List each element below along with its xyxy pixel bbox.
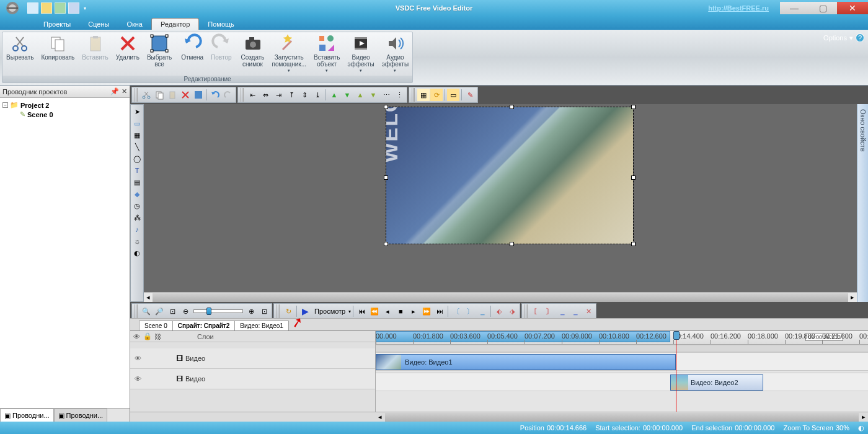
help-icon[interactable]: ? bbox=[856, 33, 864, 42]
tree-scene-node[interactable]: ✎ Scene 0 bbox=[2, 110, 127, 119]
options-menu[interactable]: Options▾ ? bbox=[823, 33, 864, 42]
align-right-icon[interactable]: ⇥ bbox=[272, 89, 285, 101]
clock-tool-icon[interactable]: ◷ bbox=[131, 200, 143, 211]
zoom-fit-icon[interactable]: ⊡ bbox=[166, 305, 179, 317]
marker2-icon[interactable]: 〙 bbox=[543, 305, 556, 317]
timeline-track-area[interactable]: 00:00:26.533 00.00000:01.80000:03.60000:… bbox=[376, 331, 868, 412]
redo-icon[interactable] bbox=[222, 89, 234, 101]
layer-icon[interactable]: ▭ bbox=[447, 89, 459, 101]
video-effects-button[interactable]: Видео эффекты▾ bbox=[343, 32, 378, 76]
play-icon[interactable]: ▶ bbox=[299, 305, 311, 317]
toolbar-grip-icon[interactable] bbox=[412, 88, 415, 102]
eye-icon[interactable]: 👁 bbox=[130, 355, 145, 362]
toolbar-grip-icon[interactable] bbox=[241, 88, 244, 102]
status-help-icon[interactable]: ◐ bbox=[858, 424, 864, 432]
timeline-tab-video[interactable]: Видео: Видео1 bbox=[234, 321, 289, 330]
marker4-icon[interactable]: ⎯ bbox=[569, 305, 582, 317]
timeline-track-row-2[interactable]: 👁 🎞 Видео bbox=[130, 369, 375, 389]
mark-in-icon[interactable]: 〔 bbox=[450, 305, 463, 317]
keyframe-next-icon[interactable]: ⬗ bbox=[506, 305, 518, 317]
cut-button[interactable]: Вырезать bbox=[2, 32, 37, 76]
snap-icon[interactable]: ⟳ bbox=[430, 89, 443, 101]
qat-save-icon[interactable] bbox=[55, 2, 66, 14]
link-column-icon[interactable]: ⛓ bbox=[153, 333, 162, 340]
cut-icon[interactable] bbox=[140, 89, 153, 101]
timeline-h-scrollbar[interactable]: ◂ ▸ bbox=[130, 412, 868, 422]
resize-handle[interactable] bbox=[384, 175, 388, 180]
rect-tool-icon[interactable]: ▭ bbox=[131, 118, 143, 129]
split-icon[interactable]: ⎯ bbox=[476, 305, 489, 317]
close-button[interactable]: ✕ bbox=[837, 2, 868, 14]
zoom-minus-icon[interactable]: ⊖ bbox=[179, 305, 192, 317]
track-segment-2[interactable]: Видео: Видео2 bbox=[376, 373, 868, 391]
resize-handle[interactable] bbox=[510, 105, 514, 109]
select-all-icon[interactable] bbox=[192, 89, 205, 101]
align-bottom-icon[interactable]: ⤓ bbox=[311, 89, 324, 101]
mask-tool-icon[interactable]: ◐ bbox=[131, 247, 143, 259]
wizard-button[interactable]: Запустить помощник...▾ bbox=[268, 32, 310, 76]
selected-object[interactable]: WELCOME bbox=[386, 107, 634, 244]
zoom-slider[interactable] bbox=[193, 309, 243, 313]
copy-button[interactable]: Копировать bbox=[37, 32, 78, 76]
goto-start-icon[interactable]: ⏮ bbox=[355, 305, 368, 317]
visibility-column-icon[interactable]: 👁 bbox=[130, 333, 143, 340]
grid-icon[interactable]: ▦ bbox=[417, 89, 430, 101]
eye-icon[interactable]: 👁 bbox=[130, 375, 145, 383]
delete-button[interactable]: Удалить bbox=[112, 32, 143, 76]
marker5-icon[interactable]: ✕ bbox=[582, 305, 595, 317]
align-middle-icon[interactable]: ⇕ bbox=[298, 89, 311, 101]
counter-tool-icon[interactable]: ☼ bbox=[131, 236, 143, 247]
align-center-h-icon[interactable]: ⇔ bbox=[259, 89, 272, 101]
tree-collapse-icon[interactable]: − bbox=[2, 102, 8, 108]
menu-windows[interactable]: Окна bbox=[118, 19, 151, 30]
toolbar-grip-icon[interactable] bbox=[135, 88, 138, 102]
timeline-tab-sprite[interactable]: Спрайт: Спрайт2 bbox=[172, 321, 236, 330]
resize-handle[interactable] bbox=[384, 242, 388, 246]
distribute-h-icon[interactable]: ⋯ bbox=[380, 89, 392, 101]
align-left-icon[interactable]: ⇤ bbox=[246, 89, 259, 101]
zoom-plus-icon[interactable]: ⊕ bbox=[245, 305, 257, 317]
tree-project-node[interactable]: − 📁 Project 2 bbox=[2, 100, 127, 110]
zoom-out-icon[interactable]: 🔎 bbox=[153, 305, 166, 317]
undo-button[interactable]: Отмена bbox=[177, 32, 207, 76]
properties-sidebar[interactable]: Окно свойств bbox=[857, 104, 868, 302]
zoom-in-icon[interactable]: 🔍 bbox=[140, 305, 153, 317]
ellipse-tool-icon[interactable]: ◯ bbox=[131, 153, 143, 164]
canvas-area[interactable]: WELCOME ◂ ▸ bbox=[144, 104, 857, 302]
resize-handle[interactable] bbox=[631, 105, 636, 109]
qat-dropdown-icon[interactable]: ▾ bbox=[82, 6, 88, 11]
spray-tool-icon[interactable]: ⁂ bbox=[131, 212, 143, 223]
resize-handle[interactable] bbox=[510, 242, 514, 246]
menu-help[interactable]: Помощь bbox=[199, 19, 243, 30]
select-all-button[interactable]: Выбрать все bbox=[143, 32, 175, 76]
undo-icon[interactable] bbox=[209, 89, 221, 101]
goto-end-icon[interactable]: ⏭ bbox=[433, 305, 446, 317]
project-tree[interactable]: − 📁 Project 2 ✎ Scene 0 bbox=[0, 98, 130, 408]
align-top-icon[interactable]: ⤒ bbox=[285, 89, 298, 101]
menu-editor[interactable]: Редактор bbox=[151, 18, 199, 30]
video-clip-1[interactable]: Видео: Видео1 bbox=[376, 354, 676, 370]
keyframe-prev-icon[interactable]: ⬖ bbox=[493, 305, 505, 317]
delete-icon[interactable] bbox=[179, 89, 192, 101]
resize-handle[interactable] bbox=[631, 175, 636, 180]
toolbar-grip-icon[interactable] bbox=[277, 304, 280, 318]
zoom-100-icon[interactable]: ⊡ bbox=[258, 305, 270, 317]
timeline-track-row-1[interactable]: 👁 🎞 Видео bbox=[130, 348, 375, 369]
timeline-tab-scene[interactable]: Scene 0 bbox=[139, 321, 173, 330]
qat-export-icon[interactable] bbox=[68, 2, 79, 14]
shape-tool-icon[interactable]: ◆ bbox=[131, 188, 143, 200]
resize-handle[interactable] bbox=[384, 105, 388, 109]
image-tool-icon[interactable]: ▦ bbox=[131, 130, 143, 141]
music-tool-icon[interactable]: ♪ bbox=[131, 224, 143, 235]
arrow-up2-icon[interactable]: ▲ bbox=[354, 89, 366, 101]
distribute-v-icon[interactable]: ⋮ bbox=[393, 89, 405, 101]
chart-tool-icon[interactable]: ▤ bbox=[131, 177, 143, 188]
panel-tab-2[interactable]: ▣Проводни... bbox=[54, 409, 108, 422]
canvas-h-scrollbar[interactable]: ◂ ▸ bbox=[144, 292, 857, 302]
qat-open-icon[interactable] bbox=[41, 2, 52, 14]
track-segment-1[interactable]: Видео: Видео1 bbox=[376, 352, 868, 371]
arrow-up-icon[interactable]: ▲ bbox=[328, 89, 340, 101]
panel-close-icon[interactable]: ✕ bbox=[122, 87, 127, 95]
copy-icon[interactable] bbox=[153, 89, 166, 101]
pin-icon[interactable]: 📌 bbox=[110, 87, 119, 95]
